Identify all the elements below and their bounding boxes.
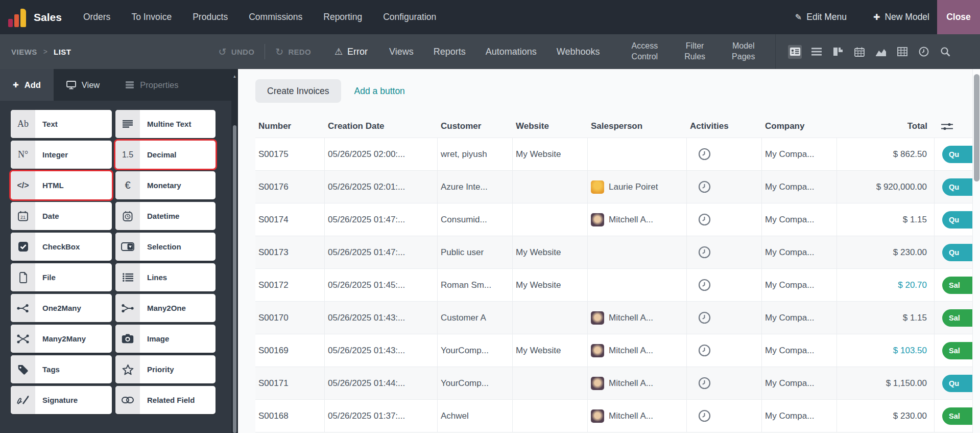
- table-row-s00170[interactable]: S0017005/26/2025 01:43:...Customer AMitc…: [255, 302, 980, 334]
- form-view-icon[interactable]: [788, 45, 802, 59]
- col-header-salesperson[interactable]: Salesperson: [588, 121, 687, 131]
- error-button[interactable]: ⚠ Error: [334, 46, 368, 57]
- component-many2many[interactable]: Many2Many: [11, 325, 112, 353]
- component-html[interactable]: </>HTML: [11, 171, 112, 199]
- component-decimal[interactable]: 1.5Decimal: [115, 141, 216, 169]
- table-row-s00174[interactable]: S0017405/26/2025 01:47:...Consumid...Mit…: [255, 203, 980, 236]
- sidebar-scrollbar[interactable]: ▲: [231, 69, 238, 433]
- new-model-label: New Model: [885, 12, 929, 22]
- search-view-icon[interactable]: [938, 45, 952, 59]
- tab-view[interactable]: View: [54, 69, 112, 101]
- col-header-activities[interactable]: Activities: [687, 121, 762, 131]
- new-model-button[interactable]: ✚ New Model: [873, 12, 929, 22]
- toolbar-link-filter-rules[interactable]: FilterRules: [684, 41, 705, 62]
- activity-clock-icon[interactable]: [698, 148, 711, 161]
- undo-button[interactable]: ↺ UNDO: [219, 46, 255, 58]
- table-row-s00175[interactable]: S0017505/26/2025 02:00:...wret, piyushMy…: [255, 138, 980, 171]
- table-row-s00172[interactable]: S0017205/26/2025 01:45:...Roman Sm...My …: [255, 269, 980, 302]
- component-file[interactable]: File: [11, 263, 112, 291]
- close-button[interactable]: Close: [937, 0, 980, 34]
- page-scrollbar[interactable]: [972, 69, 980, 433]
- cell-total: $ 230.00: [837, 400, 935, 432]
- table-row-s00171[interactable]: S0017105/26/2025 01:44:...YourComp...Mit…: [255, 367, 980, 400]
- table-row-s00168[interactable]: S0016805/26/2025 01:37:...AchwelMitchell…: [255, 400, 980, 432]
- component-label: Many2Many: [35, 334, 86, 343]
- menu-item-configuration[interactable]: Configuration: [383, 12, 436, 22]
- redo-button[interactable]: ↻ REDO: [275, 46, 311, 58]
- table-row-s00169[interactable]: S0016905/26/2025 01:43:...YourComp...My …: [255, 334, 980, 367]
- component-one2many[interactable]: One2Many: [11, 294, 112, 322]
- pencil-icon: ✎: [795, 12, 802, 22]
- activity-clock-icon[interactable]: [698, 377, 711, 390]
- pivot-view-icon[interactable]: [895, 45, 909, 59]
- activity-clock-icon[interactable]: [698, 311, 711, 324]
- menu-item-orders[interactable]: Orders: [83, 12, 110, 22]
- component-date[interactable]: 21Date: [11, 202, 112, 230]
- component-priority[interactable]: Priority: [115, 355, 216, 383]
- component-signature[interactable]: Signature: [11, 386, 112, 414]
- scroll-up-icon[interactable]: ▲: [231, 74, 238, 79]
- tab-properties[interactable]: Properties: [112, 69, 191, 101]
- activity-clock-icon[interactable]: [698, 409, 711, 422]
- col-header-total[interactable]: Total: [837, 121, 935, 131]
- col-header-website[interactable]: Website: [513, 121, 588, 131]
- add-a-button-link[interactable]: Add a button: [354, 86, 405, 97]
- date-field-icon: 21: [11, 202, 35, 230]
- app-name[interactable]: Sales: [34, 11, 62, 24]
- activity-clock-icon[interactable]: [698, 344, 711, 357]
- list-view-icon[interactable]: [809, 45, 823, 59]
- col-header-customer[interactable]: Customer: [438, 121, 513, 131]
- cell-total: $ 920,000.00: [837, 171, 935, 203]
- breadcrumb: VIEWS > LIST: [11, 48, 71, 56]
- cell-total: $ 20.70: [837, 269, 935, 301]
- component-many2one[interactable]: Many2One: [115, 294, 216, 322]
- edit-menu-button[interactable]: ✎ Edit Menu: [795, 12, 847, 22]
- activity-clock-icon[interactable]: [698, 246, 711, 259]
- table-row-s00173[interactable]: S0017305/26/2025 01:47:...Public userMy …: [255, 236, 980, 269]
- toolbar-link-automations[interactable]: Automations: [486, 47, 537, 57]
- component-checkbox[interactable]: CheckBox: [11, 233, 112, 261]
- activity-view-icon[interactable]: [917, 45, 930, 59]
- activity-clock-icon[interactable]: [698, 213, 711, 226]
- table-row-s00176[interactable]: S0017605/26/2025 02:01:...Azure Inte...L…: [255, 171, 980, 203]
- component-selection[interactable]: Selection: [115, 233, 216, 261]
- component-tags[interactable]: Tags: [11, 355, 112, 383]
- col-header-creation-date[interactable]: Creation Date: [325, 121, 438, 131]
- menu-item-reporting[interactable]: Reporting: [323, 12, 362, 22]
- cell-website: My Website: [513, 334, 588, 367]
- toolbar-link-model-pages[interactable]: ModelPages: [732, 41, 755, 62]
- edit-menu-label: Edit Menu: [806, 12, 847, 22]
- component-label: HTML: [35, 181, 64, 190]
- graph-view-icon[interactable]: [874, 45, 888, 59]
- cell-total: $ 230.00: [837, 236, 935, 268]
- create-invoices-button[interactable]: Create Invoices: [255, 79, 341, 103]
- col-header-number[interactable]: Number: [255, 121, 325, 131]
- component-datetime[interactable]: Datetime: [115, 202, 216, 230]
- toolbar-link-access-control[interactable]: AccessControl: [632, 41, 658, 62]
- toolbar-link-webhooks[interactable]: Webhooks: [557, 47, 600, 57]
- toolbar-link-reports[interactable]: Reports: [434, 47, 466, 57]
- activity-clock-icon[interactable]: [698, 279, 711, 291]
- breadcrumb-views[interactable]: VIEWS: [11, 48, 37, 56]
- component-related-field[interactable]: Related Field: [115, 386, 216, 414]
- component-monetary[interactable]: €Monetary: [115, 171, 216, 199]
- cell-customer: YourComp...: [438, 334, 513, 367]
- component-image[interactable]: Image: [115, 325, 216, 353]
- salesperson-name: Mitchell A...: [609, 346, 653, 356]
- component-integer[interactable]: N°Integer: [11, 141, 112, 169]
- toolbar-link-views[interactable]: Views: [389, 47, 414, 57]
- activity-clock-icon[interactable]: [698, 180, 711, 193]
- sidebar-scrollbar-thumb[interactable]: [233, 125, 236, 433]
- menu-item-commissions[interactable]: Commissions: [249, 12, 302, 22]
- component-text[interactable]: AbText: [11, 110, 112, 138]
- kanban-view-icon[interactable]: [831, 45, 845, 59]
- tab-add[interactable]: ✚ Add: [0, 69, 54, 101]
- menu-item-products[interactable]: Products: [193, 12, 228, 22]
- col-header-company[interactable]: Company: [762, 121, 837, 131]
- component-lines[interactable]: Lines: [115, 263, 216, 291]
- component-multine-text[interactable]: Multine Text: [115, 110, 216, 138]
- component-label: Tags: [35, 365, 60, 374]
- calendar-view-icon[interactable]: [852, 45, 866, 59]
- menu-item-to-invoice[interactable]: To Invoice: [131, 12, 172, 22]
- page-scrollbar-thumb[interactable]: [974, 74, 979, 181]
